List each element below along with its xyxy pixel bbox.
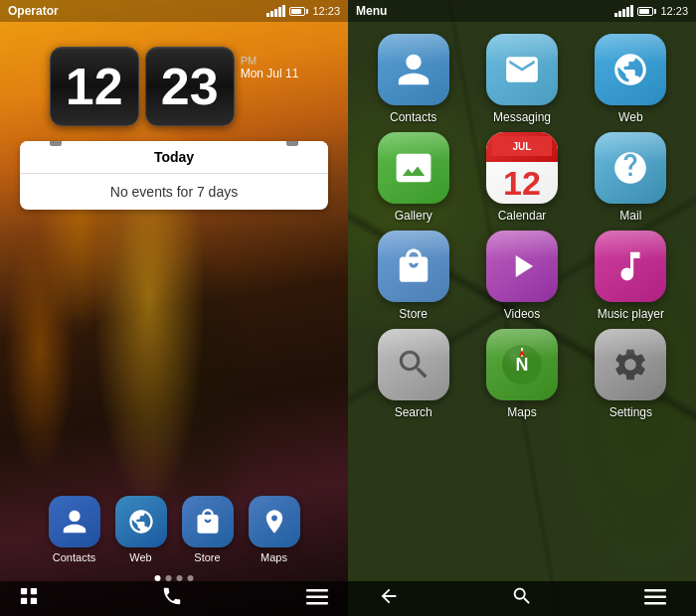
right-menu-icon[interactable] bbox=[644, 587, 666, 610]
dock-item-maps[interactable]: Maps bbox=[249, 496, 300, 563]
left-taskbar bbox=[0, 581, 348, 616]
right-status-bar: Menu 12:23 bbox=[348, 0, 696, 22]
right-time: 12:23 bbox=[660, 5, 688, 17]
left-panel: Operator 12:23 12 23 PM Mon Jul 11 Toda bbox=[0, 0, 348, 616]
right-title: Menu bbox=[356, 4, 387, 18]
svg-rect-5 bbox=[306, 596, 328, 599]
dock-store-icon[interactable] bbox=[182, 496, 234, 547]
left-signal-icon bbox=[266, 5, 285, 17]
app-label-web: Web bbox=[618, 110, 642, 124]
clock-minute: 23 bbox=[145, 47, 235, 126]
app-item-mail[interactable]: Mail bbox=[581, 132, 681, 223]
dock-web-icon[interactable] bbox=[115, 496, 167, 547]
clock-hour: 12 bbox=[50, 47, 139, 126]
app-item-maps[interactable]: N Maps bbox=[471, 329, 572, 419]
dock-store-label: Store bbox=[194, 551, 220, 563]
app-icon-maps[interactable]: N bbox=[486, 329, 558, 400]
taskbar-menu-icon[interactable] bbox=[306, 587, 328, 610]
app-item-contacts[interactable]: Contacts bbox=[363, 34, 463, 124]
clock-widget: 12 23 PM Mon Jul 11 bbox=[0, 47, 348, 126]
app-label-calendar: Calendar bbox=[498, 209, 547, 223]
left-status-bar: Operator 12:23 bbox=[0, 0, 348, 22]
app-item-web[interactable]: Web bbox=[581, 34, 681, 124]
right-taskbar bbox=[348, 581, 696, 616]
app-item-videos[interactable]: Videos bbox=[471, 231, 572, 321]
left-battery-icon bbox=[289, 7, 308, 16]
dock-contacts-label: Contacts bbox=[53, 551, 95, 563]
dock-contacts-icon[interactable] bbox=[49, 496, 100, 547]
svg-rect-1 bbox=[31, 588, 37, 594]
right-panel: Menu 12:23 Contacts bbox=[348, 0, 696, 616]
taskbar-grid-icon[interactable] bbox=[20, 587, 38, 610]
app-icon-messaging[interactable] bbox=[486, 34, 558, 105]
svg-text:N: N bbox=[515, 355, 528, 375]
app-label-store: Store bbox=[399, 307, 428, 321]
left-time: 12:23 bbox=[312, 5, 340, 17]
app-icon-store[interactable] bbox=[378, 231, 449, 302]
app-icon-settings[interactable] bbox=[595, 329, 666, 400]
app-icon-search[interactable] bbox=[378, 329, 449, 400]
right-back-icon[interactable] bbox=[378, 585, 400, 612]
app-icon-gallery[interactable] bbox=[378, 132, 449, 204]
dock-item-contacts[interactable]: Contacts bbox=[49, 496, 100, 563]
svg-rect-15 bbox=[644, 596, 666, 599]
dock-item-store[interactable]: Store bbox=[182, 496, 234, 563]
app-label-music-player: Music player bbox=[598, 307, 664, 321]
left-carrier: Operator bbox=[8, 4, 59, 18]
right-battery-icon bbox=[637, 7, 656, 16]
calendar-widget[interactable]: Today No events for 7 days bbox=[20, 141, 328, 210]
svg-rect-0 bbox=[21, 588, 27, 594]
app-label-maps: Maps bbox=[507, 405, 536, 419]
app-label-mail: Mail bbox=[619, 209, 641, 223]
right-signal-icon bbox=[614, 5, 633, 17]
svg-rect-4 bbox=[306, 589, 328, 592]
svg-rect-6 bbox=[306, 602, 328, 605]
app-item-messaging[interactable]: Messaging bbox=[471, 34, 572, 124]
clock-date: Mon Jul 11 bbox=[241, 67, 299, 80]
app-icon-contacts[interactable] bbox=[378, 34, 449, 105]
app-label-gallery: Gallery bbox=[395, 209, 433, 223]
app-item-gallery[interactable]: Gallery bbox=[363, 132, 463, 223]
clock-ampm-date: PM Mon Jul 11 bbox=[241, 55, 299, 80]
svg-rect-14 bbox=[644, 589, 666, 592]
svg-rect-2 bbox=[21, 598, 27, 604]
calendar-icon-inner: JUL 12 bbox=[486, 132, 558, 204]
app-label-messaging: Messaging bbox=[493, 110, 551, 124]
svg-text:JUL: JUL bbox=[513, 141, 532, 152]
right-status-right: 12:23 bbox=[614, 5, 688, 17]
app-icon-mail[interactable] bbox=[595, 132, 666, 204]
dock-maps-label: Maps bbox=[261, 551, 287, 563]
app-item-store[interactable]: Store bbox=[363, 231, 463, 321]
right-search-icon[interactable] bbox=[511, 585, 533, 612]
app-item-calendar[interactable]: JUL 12 Calendar bbox=[471, 132, 572, 223]
app-label-search: Search bbox=[395, 405, 433, 419]
svg-rect-3 bbox=[31, 598, 37, 604]
app-item-settings[interactable]: Settings bbox=[581, 329, 681, 419]
calendar-body: No events for 7 days bbox=[20, 174, 328, 210]
svg-rect-16 bbox=[644, 602, 666, 605]
dock-maps-icon[interactable] bbox=[249, 496, 300, 547]
app-label-contacts: Contacts bbox=[390, 110, 436, 124]
calendar-icon-number: 12 bbox=[503, 166, 541, 200]
app-item-music-player[interactable]: Music player bbox=[581, 231, 681, 321]
clock-ampm: PM bbox=[241, 55, 299, 67]
left-dock: Contacts Web Store Maps bbox=[0, 488, 348, 571]
app-item-search[interactable]: Search bbox=[363, 329, 463, 419]
app-label-settings: Settings bbox=[609, 405, 652, 419]
left-status-right: 12:23 bbox=[266, 5, 340, 17]
app-icon-videos[interactable] bbox=[486, 231, 558, 302]
app-icon-calendar[interactable]: JUL 12 bbox=[486, 132, 558, 204]
app-icon-music-player[interactable] bbox=[595, 231, 666, 302]
app-icon-web[interactable] bbox=[595, 34, 666, 105]
dock-item-web[interactable]: Web bbox=[115, 496, 167, 563]
taskbar-call-icon[interactable] bbox=[161, 585, 183, 612]
cal-icon-header: JUL bbox=[486, 132, 558, 162]
dock-web-label: Web bbox=[129, 551, 151, 563]
svg-marker-13 bbox=[519, 350, 525, 357]
calendar-header: Today bbox=[20, 141, 328, 174]
app-grid: Contacts Messaging Web Gallery bbox=[348, 22, 696, 431]
app-label-videos: Videos bbox=[504, 307, 540, 321]
